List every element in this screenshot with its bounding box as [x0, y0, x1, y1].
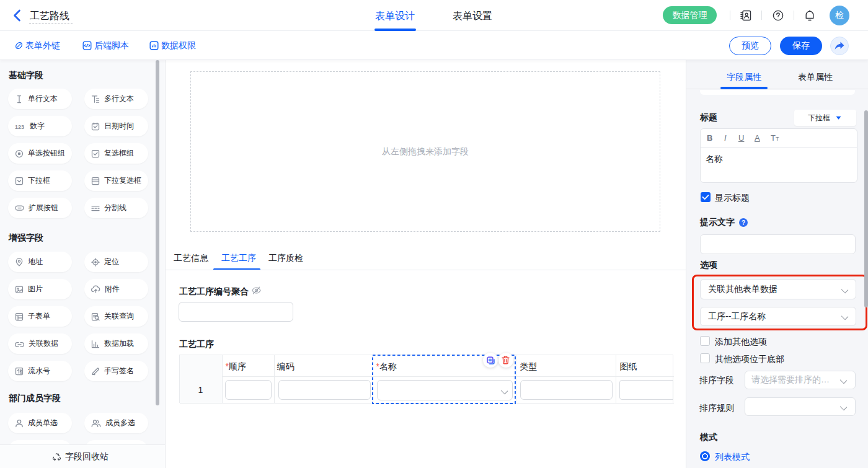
svg-text:123: 123 [15, 123, 24, 130]
